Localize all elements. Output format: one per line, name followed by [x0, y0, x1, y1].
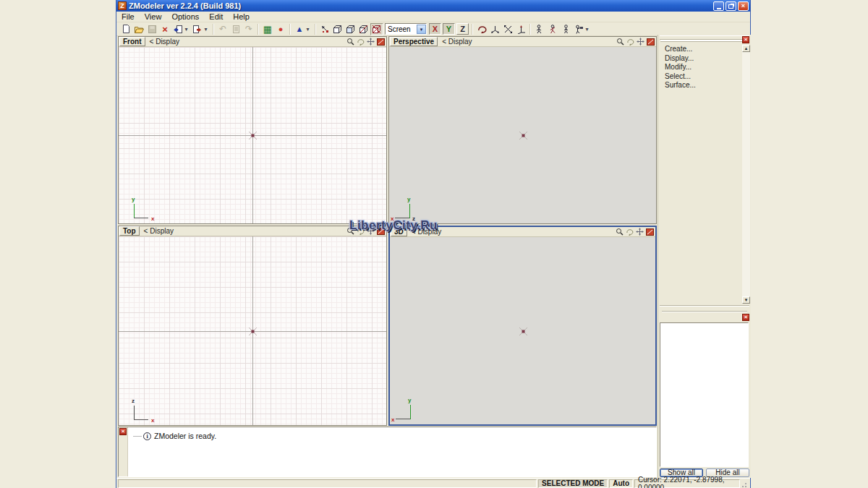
panel-splitter[interactable]	[660, 305, 749, 311]
open-folder-icon	[134, 25, 145, 34]
new-file-button[interactable]	[119, 23, 132, 35]
walk-figure-icon	[548, 25, 558, 34]
menu-edit[interactable]: Edit	[204, 12, 228, 22]
primitive-button[interactable]: ▲	[293, 23, 306, 35]
rotate-gizmo-button[interactable]	[475, 23, 488, 35]
history-icon	[232, 25, 240, 34]
viewport-front-display-menu[interactable]: < Display	[145, 38, 179, 46]
commands-list: Create... Display... Modify... Select...…	[665, 45, 696, 90]
zoom-tool-button[interactable]	[346, 38, 355, 46]
close-button[interactable]: ×	[738, 1, 749, 11]
pan-arrows-icon	[636, 228, 644, 236]
axis-indicator: z x	[124, 400, 156, 421]
viewport-3d-canvas[interactable]: y x	[390, 237, 655, 424]
pose-button[interactable]	[559, 23, 572, 35]
animation-button[interactable]	[546, 23, 559, 35]
material-editor-button[interactable]: ▦	[261, 23, 274, 35]
orbit-tool-button[interactable]	[626, 38, 635, 46]
menu-file[interactable]: File	[116, 12, 140, 22]
objects-mode-button[interactable]	[357, 23, 370, 35]
undo-button[interactable]: ↶	[216, 23, 229, 35]
viewport-front-canvas[interactable]: y x	[119, 47, 386, 223]
viewport-perspective-display-menu[interactable]: < Display	[438, 38, 472, 46]
viewport-front-header: Front < Display	[119, 37, 386, 47]
export-dropdown[interactable]: ▾	[204, 23, 210, 35]
orbit-tool-button[interactable]	[625, 228, 634, 236]
viewport-top-tab[interactable]: Top	[119, 226, 140, 236]
status-mode[interactable]: SELECTED MODE	[538, 479, 608, 488]
viewport-perspective-tab[interactable]: Perspective	[390, 37, 438, 46]
close-objects-panel-button[interactable]: ×	[742, 314, 749, 321]
panel-gripper[interactable]	[660, 35, 749, 40]
pan-tool-button[interactable]	[636, 38, 645, 46]
axis-x-button[interactable]: X	[429, 23, 441, 35]
menu-options[interactable]: Options	[166, 12, 204, 22]
selected-mode-button[interactable]	[370, 23, 383, 35]
minimize-icon	[717, 8, 721, 9]
edges-mode-button[interactable]	[331, 23, 344, 35]
viewport-perspective-canvas[interactable]: y x z	[389, 47, 656, 223]
restore-button[interactable]	[726, 1, 736, 11]
viewport-front-tab[interactable]: Front	[119, 37, 145, 46]
close-log-button[interactable]: ×	[119, 428, 127, 435]
faces-mode-button[interactable]	[344, 23, 357, 35]
maximize-viewport-button[interactable]	[645, 228, 655, 236]
save-floppy-icon	[148, 25, 157, 34]
vertices-mode-icon	[320, 25, 330, 34]
history-button[interactable]	[229, 23, 242, 35]
minimize-button[interactable]	[713, 1, 724, 11]
render-sphere-button[interactable]: ●	[274, 23, 287, 35]
zoom-tool-button[interactable]	[616, 38, 625, 46]
move-gizmo-button[interactable]	[488, 23, 501, 35]
maximize-viewport-button[interactable]	[646, 38, 655, 46]
commands-scrollbar[interactable]: ▲ ▼	[742, 45, 750, 304]
status-auto[interactable]: Auto	[609, 479, 633, 488]
command-surface[interactable]: Surface...	[665, 81, 696, 90]
primitive-dropdown[interactable]: ▾	[306, 23, 312, 35]
bones-button[interactable]	[533, 23, 546, 35]
scale-gizmo-button[interactable]	[501, 23, 514, 35]
viewport-top-canvas[interactable]: z x	[119, 236, 386, 425]
pan-tool-button[interactable]	[366, 38, 375, 46]
import-dropdown[interactable]: ▾	[184, 23, 191, 35]
objects-list[interactable]	[660, 322, 749, 467]
open-file-button[interactable]	[132, 23, 145, 35]
command-select[interactable]: Select...	[665, 72, 696, 81]
separator	[289, 24, 291, 35]
status-bar: SELECTED MODE Auto Cursor: 2.22071, -2.8…	[116, 478, 750, 488]
viewport-top-header: Top < Display	[119, 226, 386, 236]
dropdown-arrow-icon: ▾	[307, 26, 312, 33]
dropdown-arrow-icon: ▾	[185, 26, 191, 33]
axis-z-button[interactable]: Z	[456, 23, 469, 35]
orbit-tool-button[interactable]	[356, 38, 365, 46]
extra-tools-dropdown[interactable]: ▾	[585, 23, 592, 35]
resize-grip[interactable]	[741, 479, 749, 488]
title-bar[interactable]: Z ZModeler ver 2.2.4 (Build 981) ×	[116, 0, 750, 12]
origin-marker	[518, 130, 529, 141]
maximize-viewport-button[interactable]	[376, 38, 386, 46]
import-button[interactable]	[171, 23, 184, 35]
viewport-top-display-menu[interactable]: < Display	[140, 227, 174, 235]
viewport-top: Top < Display z x	[118, 226, 387, 426]
command-create[interactable]: Create...	[665, 45, 696, 53]
redo-button[interactable]: ↷	[242, 23, 255, 35]
delete-button[interactable]: ×	[158, 23, 171, 35]
pan-tool-button[interactable]	[635, 228, 644, 236]
screen-mode-select[interactable]: Screen ▾	[385, 23, 427, 35]
extra-tools-button[interactable]	[572, 23, 585, 35]
command-display[interactable]: Display...	[665, 54, 696, 63]
axis-y-button[interactable]: Y	[443, 23, 455, 35]
zoom-tool-button[interactable]	[615, 228, 624, 236]
scroll-up-button[interactable]: ▲	[742, 45, 750, 52]
scroll-down-button[interactable]: ▼	[742, 296, 750, 304]
faces-cube-icon	[346, 25, 356, 34]
command-modify[interactable]: Modify...	[665, 63, 696, 72]
axes-gizmo-button[interactable]	[514, 23, 527, 35]
vertices-mode-button[interactable]	[318, 23, 331, 35]
menu-view[interactable]: View	[140, 12, 167, 22]
export-button[interactable]	[191, 23, 204, 35]
save-button[interactable]	[145, 23, 158, 35]
separator	[529, 24, 531, 35]
close-commands-panel-button[interactable]: ×	[742, 36, 749, 43]
menu-help[interactable]: Help	[228, 12, 255, 22]
